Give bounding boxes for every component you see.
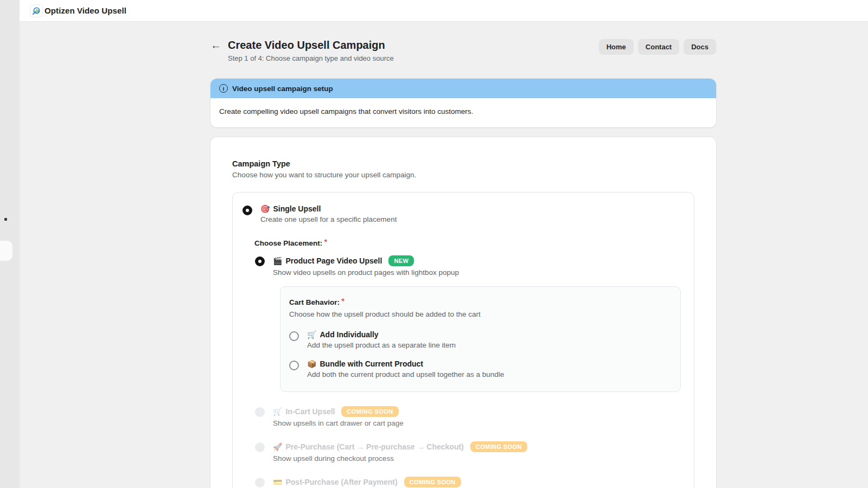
contact-button[interactable]: Contact [638, 39, 679, 55]
collapsed-sidebar-tab[interactable] [0, 241, 12, 261]
post-purchase-radio [255, 478, 265, 487]
page-subtitle: Step 1 of 4: Choose campaign type and vi… [228, 54, 394, 62]
cart-icon: 🛒 [307, 330, 316, 339]
add-individually-radio[interactable] [289, 331, 299, 341]
coming-soon-badge: COMING SOON [341, 406, 398, 417]
bundle-label: Bundle with Current Product [320, 359, 423, 368]
app-top-bar: Optizen Video Upsell [20, 0, 868, 22]
pre-purchase-description: Show upsell during checkout process [273, 454, 527, 463]
clapper-board-icon: 🎬 [273, 256, 282, 265]
in-cart-radio [255, 407, 265, 417]
in-cart-label: In-Cart Upsell [285, 407, 335, 416]
placement-post-purchase-option: 💳 Post-Purchase (After Payment) COMING S… [255, 477, 681, 488]
campaign-type-card: Campaign Type Choose how you want to str… [210, 137, 716, 488]
cart-icon: 🛒 [273, 407, 282, 416]
target-icon: 🎯 [260, 204, 270, 213]
coming-soon-badge: COMING SOON [404, 477, 461, 487]
product-page-radio[interactable] [255, 256, 265, 266]
main-column: Optizen Video Upsell ← Create Video Upse… [20, 0, 868, 488]
campaign-options-card: 🎯 Single Upsell Create one upsell for a … [232, 192, 694, 488]
add-individually-option[interactable]: 🛒 Add Individually Add the upsell produc… [289, 330, 672, 349]
section-subtitle: Choose how you want to structure your up… [232, 171, 694, 179]
single-upsell-radio[interactable] [242, 206, 252, 215]
info-banner-title: Video upsell campaign setup [232, 85, 333, 93]
single-upsell-label: Single Upsell [273, 204, 321, 213]
single-upsell-option[interactable]: 🎯 Single Upsell Create one upsell for a … [242, 204, 681, 223]
left-gutter [0, 0, 20, 488]
choose-placement-label: Choose Placement:* [254, 238, 681, 248]
bundle-option[interactable]: 📦 Bundle with Current Product Add both t… [289, 359, 672, 378]
bundle-radio[interactable] [289, 361, 299, 370]
back-arrow-icon[interactable]: ← [210, 38, 221, 52]
home-button[interactable]: Home [599, 39, 634, 55]
rocket-icon: 🚀 [273, 442, 282, 451]
info-banner-body: Create compelling video upsell campaigns… [210, 98, 716, 127]
placement-in-cart-option: 🛒 In-Cart Upsell COMING SOON Show upsell… [255, 406, 681, 427]
required-asterisk: * [341, 297, 344, 306]
header-nav: Home Contact Docs [599, 38, 716, 55]
gutter-dot [4, 218, 7, 221]
package-icon: 📦 [307, 359, 316, 368]
docs-button[interactable]: Docs [684, 39, 716, 55]
required-asterisk: * [324, 238, 327, 247]
info-banner: i Video upsell campaign setup Create com… [210, 79, 716, 127]
page-title: Create Video Upsell Campaign [228, 38, 394, 52]
placement-pre-purchase-option: 🚀 Pre-Purchase (Cart → Pre-purchase → Ch… [255, 441, 681, 463]
in-cart-description: Show upsells in cart drawer or cart page [273, 419, 404, 427]
post-purchase-label: Post-Purchase (After Payment) [285, 478, 397, 486]
coming-soon-badge: COMING SOON [470, 441, 527, 452]
page-content: ← Create Video Upsell Campaign Step 1 of… [210, 22, 716, 488]
pre-purchase-radio [255, 442, 265, 452]
page-header: ← Create Video Upsell Campaign Step 1 of… [210, 22, 716, 62]
add-individually-label: Add Individually [320, 330, 378, 339]
info-icon: i [219, 84, 228, 93]
bundle-description: Add both the current product and upsell … [307, 370, 504, 378]
pre-purchase-label: Pre-Purchase (Cart → Pre-purchase → Chec… [285, 442, 463, 451]
product-page-description: Show video upsells on product pages with… [273, 268, 459, 277]
app-logo-icon [30, 5, 42, 17]
cart-behavior-subtitle: Choose how the upsell product should be … [289, 310, 672, 318]
info-banner-header: i Video upsell campaign setup [210, 79, 716, 98]
cart-behavior-box: Cart Behavior:* Choose how the upsell pr… [280, 286, 681, 392]
credit-card-icon: 💳 [273, 478, 282, 486]
app-title: Optizen Video Upsell [44, 6, 126, 15]
placement-product-page-option[interactable]: 🎬 Product Page Video Upsell NEW Show vid… [255, 255, 681, 277]
add-individually-description: Add the upsell product as a separate lin… [307, 341, 456, 349]
product-page-label: Product Page Video Upsell [285, 256, 382, 265]
single-upsell-description: Create one upsell for a specific placeme… [260, 215, 397, 223]
section-title: Campaign Type [232, 159, 694, 168]
cart-behavior-label: Cart Behavior:* [289, 297, 672, 307]
new-badge: NEW [388, 255, 414, 266]
